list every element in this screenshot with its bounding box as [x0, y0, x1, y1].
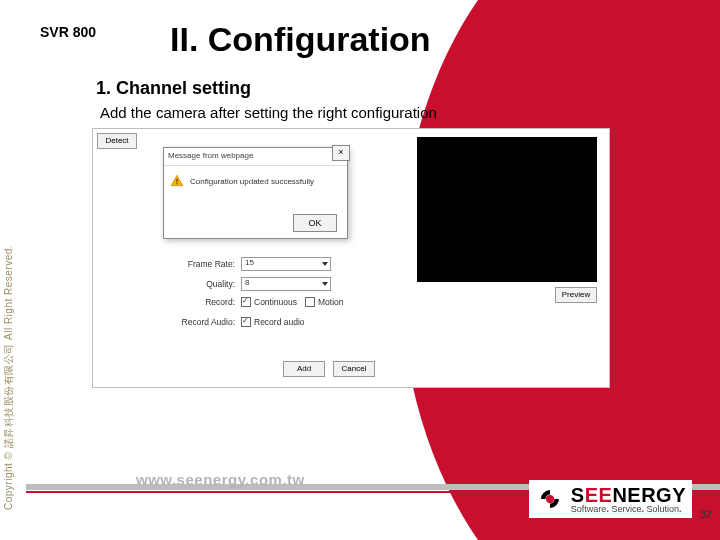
record-audio-checkbox[interactable] — [241, 317, 251, 327]
add-button[interactable]: Add — [283, 361, 325, 377]
record-audio-opt-label: Record audio — [254, 317, 305, 327]
record-audio-row: Record Audio: Record audio — [163, 317, 305, 327]
preview-button[interactable]: Preview — [555, 287, 597, 303]
message-dialog: Message from webpage × Configuration upd… — [163, 147, 348, 239]
svg-rect-1 — [176, 183, 177, 184]
subsection-heading: 1. Channel setting — [96, 78, 251, 99]
logo-name: SEENERGY — [571, 485, 686, 505]
page-number: 32 — [700, 508, 712, 520]
quality-select[interactable]: 8 — [241, 277, 331, 291]
continuous-checkbox[interactable] — [241, 297, 251, 307]
subsection-text: Add the camera after setting the right c… — [100, 104, 437, 121]
quality-label: Quality: — [163, 279, 235, 289]
detect-button[interactable]: Detect — [97, 133, 137, 149]
logo-tagline: Software. Service. Solution. — [571, 505, 686, 514]
motion-checkbox[interactable] — [305, 297, 315, 307]
svg-rect-0 — [176, 179, 177, 183]
cancel-button[interactable]: Cancel — [333, 361, 375, 377]
slide-title: II. Configuration — [170, 20, 431, 59]
brand-logo: SEENERGY Software. Service. Solution. — [529, 480, 692, 518]
copyright-text: Copyright © 諾昇科技股份有限公司 All Right Reserve… — [2, 245, 16, 510]
quality-row: Quality: 8 — [163, 277, 331, 291]
form-button-row: Add Cancel — [283, 361, 375, 377]
product-code: SVR 800 — [40, 24, 96, 40]
record-audio-label: Record Audio: — [163, 317, 235, 327]
dialog-close-button[interactable]: × — [332, 145, 350, 161]
record-row: Record: Continuous Motion — [163, 297, 344, 307]
motion-label: Motion — [318, 297, 344, 307]
warning-icon — [170, 174, 184, 188]
record-label: Record: — [163, 297, 235, 307]
continuous-label: Continuous — [254, 297, 297, 307]
preview-video-box — [417, 137, 597, 282]
logo-mark-icon — [535, 484, 565, 514]
frame-rate-label: Frame Rate: — [163, 259, 235, 269]
dialog-title: Message from webpage — [164, 148, 347, 166]
frame-rate-select[interactable]: 15 — [241, 257, 331, 271]
dialog-message: Configuration updated successfully — [190, 177, 314, 186]
dialog-ok-button[interactable]: OK — [293, 214, 337, 232]
embedded-screenshot: Detect Preview Frame Rate: 15 Quality: 8… — [92, 128, 610, 388]
dialog-body: Configuration updated successfully — [164, 166, 347, 192]
frame-rate-row: Frame Rate: 15 — [163, 257, 331, 271]
footer-url: www.seenergy.com.tw — [136, 471, 305, 488]
svg-point-2 — [546, 495, 554, 503]
